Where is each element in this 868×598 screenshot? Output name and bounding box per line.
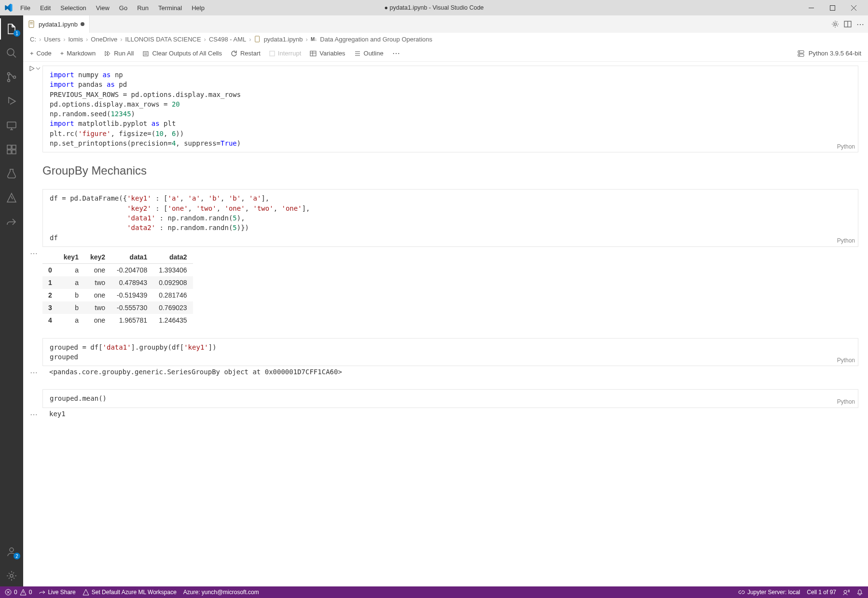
- close-button[interactable]: [843, 0, 864, 15]
- clear-icon: [142, 50, 149, 57]
- output-collapse-icon[interactable]: ⋯: [30, 368, 38, 377]
- breadcrumb-part[interactable]: CS498 - AML: [209, 36, 246, 43]
- activity-source-control[interactable]: [0, 67, 23, 88]
- menu-selection[interactable]: Selection: [56, 2, 90, 14]
- outline-icon: [354, 50, 361, 57]
- editor: pydata1.ipynb ⋯ C:› Users› lomis› OneDri…: [23, 15, 868, 586]
- outline-button[interactable]: Outline: [354, 50, 384, 57]
- run-config-icon[interactable]: [831, 20, 839, 28]
- breadcrumb-part[interactable]: Data Aggregation and Group Operations: [320, 36, 432, 43]
- liveshare-icon: [39, 589, 45, 596]
- menu-view[interactable]: View: [92, 2, 113, 14]
- interrupt-button: Interrupt: [269, 50, 301, 57]
- notebook-body[interactable]: import numpy as np import pandas as pd P…: [23, 62, 868, 586]
- output-collapse-icon[interactable]: ⋯: [30, 249, 38, 258]
- status-azure-account[interactable]: Azure: yunch@microsoft.com: [183, 589, 259, 596]
- activity-explorer[interactable]: 1: [0, 18, 23, 40]
- svg-point-6: [7, 103, 10, 106]
- breadcrumb[interactable]: C:› Users› lomis› OneDrive› ILLONOIS DAT…: [23, 33, 868, 45]
- output-collapse-icon[interactable]: ⋯: [30, 410, 38, 419]
- activity-remote[interactable]: [0, 115, 23, 136]
- status-liveshare[interactable]: Live Share: [39, 589, 75, 596]
- activity-testing[interactable]: [0, 163, 23, 184]
- activity-extensions[interactable]: [0, 139, 23, 160]
- run-all-button[interactable]: Run All: [104, 50, 134, 57]
- table-cell: 0.478943: [111, 276, 153, 289]
- code-cell[interactable]: grouped = df['data1'].groupby(df['key1']…: [42, 338, 858, 378]
- markdown-icon: M↓: [311, 37, 317, 42]
- status-notifications-icon[interactable]: [856, 589, 863, 596]
- breadcrumb-part[interactable]: OneDrive: [91, 36, 117, 43]
- menu-terminal[interactable]: Terminal: [154, 2, 186, 14]
- split-editor-icon[interactable]: [844, 20, 852, 28]
- table-cell: 0: [42, 263, 58, 276]
- code-cell[interactable]: import numpy as np import pandas as pd P…: [42, 66, 858, 152]
- error-icon: [5, 589, 12, 596]
- breadcrumb-part[interactable]: Users: [44, 36, 60, 43]
- svg-point-3: [8, 73, 10, 75]
- markdown-cell[interactable]: GroupBy Mechanics: [42, 164, 858, 177]
- activity-share[interactable]: [0, 211, 23, 232]
- kernel-selector[interactable]: Python 3.9.5 64-bit: [809, 50, 861, 57]
- code-cell[interactable]: grouped.mean()Python ⋯ key1: [42, 389, 858, 419]
- menu-run[interactable]: Run: [133, 2, 152, 14]
- variables-icon: [310, 50, 317, 57]
- breadcrumb-part[interactable]: pydata1.ipynb: [264, 36, 303, 43]
- variables-button[interactable]: Variables: [310, 50, 345, 57]
- status-jupyter-server[interactable]: Jupyter Server: local: [738, 589, 800, 596]
- svg-point-5: [14, 76, 16, 79]
- activity-run-debug[interactable]: [0, 91, 23, 112]
- more-toolbar-icon[interactable]: ⋯: [392, 49, 400, 58]
- svg-point-17: [834, 23, 837, 26]
- window-title: ● pydata1.ipynb - Visual Studio Code: [384, 4, 483, 11]
- svg-rect-22: [310, 51, 316, 56]
- server-icon: [797, 50, 805, 57]
- table-cell: 1: [42, 276, 58, 289]
- table-cell: 0.281746: [153, 289, 193, 301]
- menu-file[interactable]: File: [16, 2, 34, 14]
- activity-accounts[interactable]: 2: [0, 541, 23, 562]
- breadcrumb-part[interactable]: C:: [30, 36, 36, 43]
- table-cell: b: [58, 289, 84, 301]
- maximize-button[interactable]: [822, 0, 843, 15]
- breadcrumb-part[interactable]: lomis: [69, 36, 83, 43]
- minimize-button[interactable]: [800, 0, 822, 15]
- clear-outputs-button[interactable]: Clear Outputs of All Cells: [142, 50, 222, 57]
- activity-settings[interactable]: [0, 565, 23, 586]
- plus-icon: +: [30, 50, 34, 57]
- activity-azure[interactable]: [0, 187, 23, 208]
- menu-go[interactable]: Go: [115, 2, 131, 14]
- activity-search[interactable]: [0, 42, 23, 64]
- status-bar: 0 0 Live Share Set Default Azure ML Work…: [0, 586, 868, 598]
- svg-point-12: [10, 548, 14, 552]
- table-cell: a: [58, 314, 84, 326]
- table-cell: two: [84, 301, 111, 314]
- warning-icon: [83, 589, 89, 596]
- code-cell[interactable]: df = pd.DataFrame({'key1' : ['a', 'a', '…: [42, 189, 858, 326]
- add-code-button[interactable]: +Code: [30, 50, 52, 57]
- explorer-badge: 1: [14, 30, 20, 37]
- breadcrumb-part[interactable]: ILLONOIS DATA SCIENCE: [125, 36, 201, 43]
- add-markdown-button[interactable]: +Markdown: [60, 50, 96, 57]
- menu-help[interactable]: Help: [188, 2, 208, 14]
- table-row: 1atwo0.4789430.092908: [42, 276, 193, 289]
- menu-edit[interactable]: Edit: [36, 2, 55, 14]
- svg-rect-19: [255, 36, 259, 42]
- run-cell-button[interactable]: [29, 66, 41, 71]
- window-controls: [800, 0, 864, 15]
- status-errors[interactable]: 0 0: [5, 589, 32, 596]
- heading-groupby-mechanics: GroupBy Mechanics: [42, 164, 858, 177]
- tab-pydata1[interactable]: pydata1.ipynb: [23, 15, 90, 33]
- table-cell: 0.092908: [153, 276, 193, 289]
- status-azure-workspace[interactable]: Set Default Azure ML Workspace: [83, 589, 177, 596]
- cell-lang-label: Python: [837, 143, 855, 151]
- svg-rect-7: [7, 122, 16, 128]
- table-cell: -0.519439: [111, 289, 153, 301]
- more-actions-icon[interactable]: ⋯: [856, 20, 864, 29]
- table-cell: 1.393406: [153, 263, 193, 276]
- status-feedback-icon[interactable]: [843, 589, 850, 596]
- svg-rect-9: [7, 150, 11, 154]
- status-cell-position[interactable]: Cell 1 of 97: [807, 589, 836, 596]
- table-cell: 3: [42, 301, 58, 314]
- restart-button[interactable]: Restart: [231, 50, 261, 57]
